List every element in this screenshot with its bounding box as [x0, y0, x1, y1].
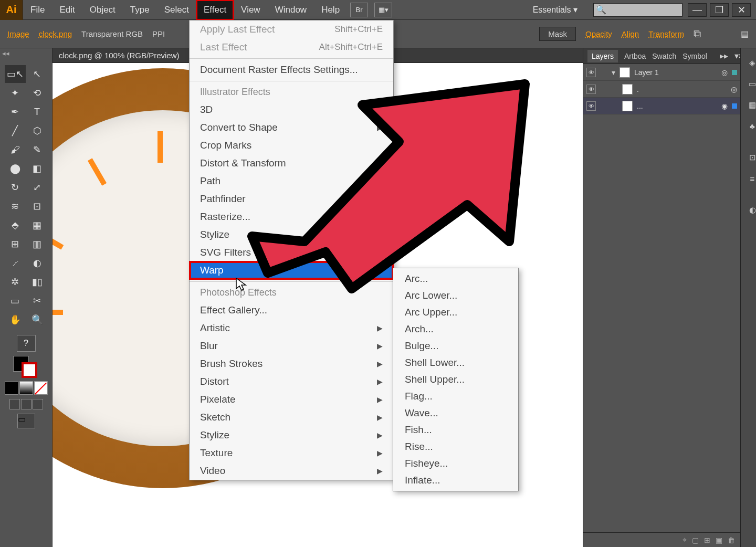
tab-symbols[interactable]: Symbol — [682, 52, 707, 60]
search-input[interactable]: 🔍 — [593, 3, 682, 17]
submenu-fish[interactable]: Fish... — [393, 422, 518, 438]
magic-wand-tool[interactable]: ✦ — [5, 84, 26, 102]
align-link[interactable]: Align — [622, 29, 639, 38]
bridge-icon[interactable]: Br — [350, 3, 368, 17]
target-icon[interactable]: ◎ — [731, 85, 737, 93]
delete-layer-icon[interactable]: 🗑 — [728, 536, 735, 544]
mesh-tool[interactable]: ⊞ — [5, 235, 26, 253]
draw-inside-icon[interactable] — [33, 399, 43, 409]
menu-pixelate[interactable]: Pixelate▶ — [190, 391, 393, 408]
side-tab-artboards[interactable]: ▭Artboards — [741, 73, 756, 94]
hand-tool[interactable]: ✋ — [5, 311, 26, 329]
lasso-tool[interactable]: ⟲ — [27, 84, 48, 102]
menu-brush-strokes[interactable]: Brush Strokes▶ — [190, 355, 393, 373]
target-icon[interactable]: ◎ — [721, 68, 728, 77]
rotate-tool[interactable]: ↻ — [5, 178, 26, 196]
submenu-shell-lower[interactable]: Shell Lower... — [393, 354, 518, 371]
rectangle-tool[interactable]: ⬡ — [27, 122, 48, 140]
menu-object[interactable]: Object — [82, 0, 123, 20]
isolation-icon[interactable]: ⧉ — [694, 28, 701, 40]
perspective-tool[interactable]: ▦ — [27, 216, 48, 234]
menu-distort[interactable]: Distort▶ — [190, 373, 393, 391]
expand-icon[interactable]: ▾ — [612, 68, 615, 77]
submenu-shell-upper[interactable]: Shell Upper... — [393, 371, 518, 388]
blend-tool[interactable]: ◐ — [27, 254, 48, 272]
menu-3d[interactable]: 3D▶ — [190, 101, 393, 119]
menu-path[interactable]: Path▶ — [190, 172, 393, 190]
side-tab-transform[interactable]: ⊡Transform — [741, 147, 756, 168]
visibility-icon[interactable]: 👁 — [586, 101, 596, 111]
menu-rasterize[interactable]: Rasterize... — [190, 208, 393, 226]
side-tab-symbols[interactable]: ♣Symbols — [741, 115, 756, 136]
menu-sketch[interactable]: Sketch▶ — [190, 408, 393, 426]
direct-selection-tool[interactable]: ↖ — [27, 65, 48, 83]
control-filename[interactable]: clock.png — [39, 29, 72, 38]
menu-help[interactable]: Help — [314, 0, 347, 20]
menu-warp[interactable]: Warp▶ — [190, 261, 393, 279]
tab-layers[interactable]: Layers — [587, 50, 618, 62]
submenu-arc[interactable]: Arc... — [393, 270, 518, 287]
menu-raster-settings[interactable]: Document Raster Effects Settings... — [190, 61, 393, 79]
new-layer-icon[interactable]: ▣ — [716, 536, 722, 544]
mask-button[interactable]: Mask — [539, 27, 576, 41]
shape-builder-tool[interactable]: ⬘ — [5, 216, 26, 234]
minimize-button[interactable]: — — [688, 3, 707, 17]
pencil-tool[interactable]: ✎ — [27, 141, 48, 159]
make-clip-icon[interactable]: ▢ — [692, 536, 699, 544]
submenu-flag[interactable]: Flag... — [393, 388, 518, 405]
side-tab-layers[interactable]: ◈Layers — [741, 52, 756, 73]
submenu-arch[interactable]: Arch... — [393, 321, 518, 338]
none-mode-icon[interactable] — [34, 381, 48, 395]
stroke-swatch[interactable] — [22, 362, 37, 378]
tab-swatches[interactable]: Swatch — [652, 52, 676, 60]
eyedropper-tool[interactable]: ⟋ — [5, 254, 26, 272]
workspace-switcher[interactable]: Essentials ▾ — [522, 5, 593, 15]
graph-tool[interactable]: ▮▯ — [27, 273, 48, 291]
selection-tool[interactable]: ▭↖ — [5, 65, 26, 83]
layer-name[interactable]: ... — [637, 102, 643, 110]
gradient-tool[interactable]: ▥ — [27, 235, 48, 253]
target-icon[interactable]: ◉ — [721, 102, 728, 110]
menu-blur[interactable]: Blur▶ — [190, 337, 393, 355]
symbol-sprayer-tool[interactable]: ✲ — [5, 273, 26, 291]
menu-stylize-photoshop[interactable]: Stylize▶ — [190, 426, 393, 444]
type-tool[interactable]: T — [27, 103, 48, 121]
menu-type[interactable]: Type — [123, 0, 157, 20]
maximize-button[interactable]: ❐ — [710, 3, 729, 17]
gradient-mode-icon[interactable] — [19, 381, 33, 395]
menu-svg-filters[interactable]: SVG Filters▶ — [190, 244, 393, 261]
menu-window[interactable]: Window — [268, 0, 314, 20]
menu-video[interactable]: Video▶ — [190, 462, 393, 480]
slice-tool[interactable]: ✂ — [27, 292, 48, 310]
submenu-inflate[interactable]: Inflate... — [393, 472, 518, 489]
draw-normal-icon[interactable] — [9, 399, 20, 409]
free-transform-tool[interactable]: ⊡ — [27, 197, 48, 215]
visibility-icon[interactable]: 👁 — [586, 68, 596, 77]
transform-link[interactable]: Transform — [648, 29, 684, 38]
help-icon[interactable]: ? — [17, 335, 36, 352]
layer-row[interactable]: 👁 ... ◉ — [583, 98, 740, 114]
layer-name[interactable]: Layer 1 — [634, 68, 659, 77]
blob-brush-tool[interactable]: ⬤ — [5, 160, 26, 177]
submenu-fisheye[interactable]: Fisheye... — [393, 455, 518, 472]
locate-object-icon[interactable]: ⌖ — [682, 535, 687, 544]
menu-pathfinder[interactable]: Pathfinder▶ — [190, 190, 393, 208]
menu-crop-marks[interactable]: Crop Marks — [190, 136, 393, 154]
menu-edit[interactable]: Edit — [52, 0, 82, 20]
menu-effect-gallery[interactable]: Effect Gallery... — [190, 301, 393, 319]
close-button[interactable]: ✕ — [732, 3, 751, 17]
paintbrush-tool[interactable]: 🖌 — [5, 141, 26, 159]
line-tool[interactable]: ╱ — [5, 122, 26, 140]
side-tab-transparency[interactable]: ◐Transparency — [741, 199, 756, 220]
side-tab-swatches[interactable]: ▦Swatches — [741, 94, 756, 115]
menu-effect[interactable]: Effect — [196, 0, 234, 20]
submenu-rise[interactable]: Rise... — [393, 438, 518, 455]
zoom-tool[interactable]: 🔍 — [27, 311, 48, 329]
panel-menu-icon[interactable]: ▤ — [741, 29, 749, 39]
menu-file[interactable]: File — [23, 0, 52, 20]
menu-stylize-illustrator[interactable]: Stylize▶ — [190, 226, 393, 244]
artboard-tool[interactable]: ▭ — [5, 292, 26, 310]
submenu-wave[interactable]: Wave... — [393, 405, 518, 422]
layer-row[interactable]: 👁 ▾ Layer 1 ◎ — [583, 64, 740, 81]
opacity-link[interactable]: Opacity — [585, 29, 612, 38]
